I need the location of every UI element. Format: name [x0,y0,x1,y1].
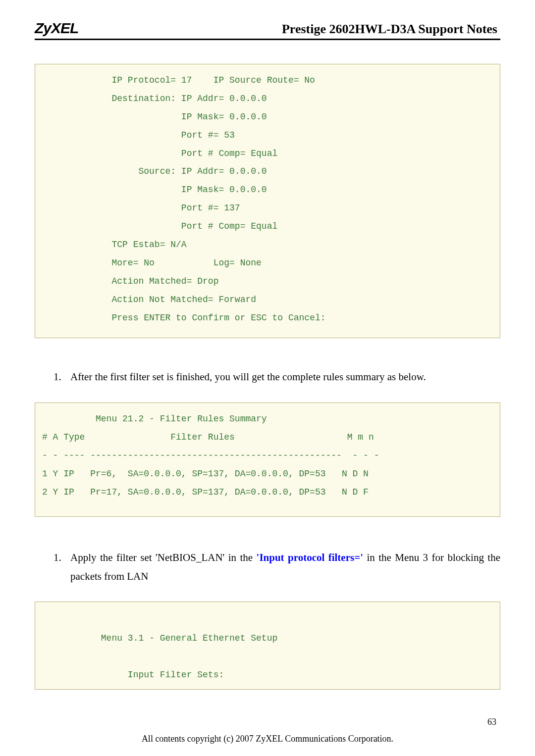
text-pre: Apply the filter set 'NetBIOS_LAN' in th… [70,552,257,563]
list-number: 1. [54,549,70,586]
document-title: Prestige 2602HWL-D3A Support Notes [282,22,500,37]
ethernet-setup-codeblock: Menu 3.1 - General Ethernet Setup Input … [35,602,500,690]
filter-config-codeblock: IP Protocol= 17 IP Source Route= No Dest… [35,64,500,338]
page-number: 63 [487,717,496,727]
paragraph-item-2: 1. Apply the filter set 'NetBIOS_LAN' in… [54,549,500,586]
list-text: After the first filter set is finished, … [70,368,500,387]
page-header: ZyXEL Prestige 2602HWL-D3A Support Notes [35,20,500,40]
copyright-footer: All contents copyright (c) 2007 ZyXEL Co… [0,734,535,744]
list-number: 1. [54,368,70,387]
highlighted-term: 'Input protocol filters=' [257,552,363,563]
rules-summary-codeblock: Menu 21.2 - Filter Rules Summary # A Typ… [35,403,500,516]
paragraph-item-1: 1. After the first filter set is finishe… [54,368,500,387]
brand-logo: ZyXEL [35,20,78,37]
page-container: ZyXEL Prestige 2602HWL-D3A Support Notes… [0,0,535,756]
list-text: Apply the filter set 'NetBIOS_LAN' in th… [70,549,500,586]
